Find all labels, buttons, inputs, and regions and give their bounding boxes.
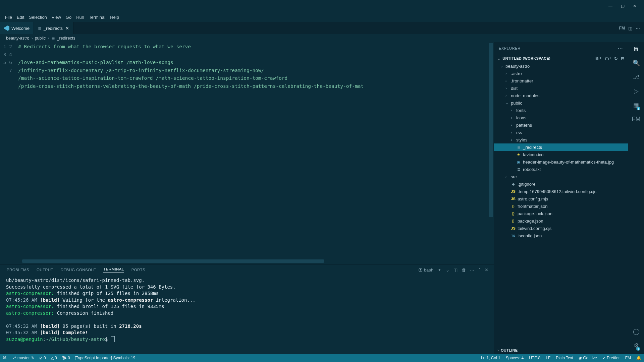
more-actions-icon[interactable]: ⋯: [636, 26, 640, 31]
menu-go[interactable]: Go: [63, 15, 74, 20]
maximize-panel-icon[interactable]: ˄: [478, 267, 481, 273]
folder-icons[interactable]: ›icons: [494, 114, 628, 121]
run-icon[interactable]: ▷: [634, 87, 639, 95]
tab-welcome[interactable]: Welcome: [0, 22, 34, 34]
scm-icon[interactable]: ⎇: [633, 73, 640, 81]
folder-styles[interactable]: ›styles: [494, 136, 628, 143]
folder-rss[interactable]: ›rss: [494, 129, 628, 136]
menu-view[interactable]: View: [49, 15, 63, 20]
extensions-icon[interactable]: ▦1: [633, 102, 639, 109]
menu-selection[interactable]: Selection: [26, 15, 49, 20]
menu-run[interactable]: Run: [74, 15, 87, 20]
go-live[interactable]: ◉ Go Live: [579, 356, 597, 360]
menubar: FileEditSelectionViewGoRunTerminalHelp: [0, 12, 644, 22]
gear-icon[interactable]: ⚙1: [634, 342, 639, 349]
maximize-button[interactable]: ▢: [616, 4, 629, 8]
encoding[interactable]: UTF-8: [529, 356, 540, 360]
file-astro.config.mjs[interactable]: JSastro.config.mjs: [494, 195, 628, 202]
menu-file[interactable]: File: [3, 15, 14, 20]
folder-beauty-astro[interactable]: ⌄beauty-astro: [494, 62, 628, 70]
file-header-image-beauty-of-mathematics-theta.jpg[interactable]: ▣header-image-beauty-of-mathematics-thet…: [494, 158, 628, 166]
breadcrumb-segment[interactable]: _redirects: [57, 36, 75, 41]
new-terminal-button[interactable]: ＋: [437, 267, 442, 273]
ts-importer-status[interactable]: [TypeScript Importer] Symbols: 19: [75, 356, 136, 360]
menu-help[interactable]: Help: [108, 15, 121, 20]
eol[interactable]: LF: [546, 356, 550, 360]
panel-tab-problems[interactable]: PROBLEMS: [7, 268, 29, 272]
file-tsconfig.json[interactable]: TStsconfig.json: [494, 232, 628, 239]
new-folder-icon[interactable]: 🗀⁺: [605, 56, 612, 61]
folder-fonts[interactable]: ›fonts: [494, 107, 628, 114]
search-icon[interactable]: 🔍: [633, 59, 640, 67]
minimize-button[interactable]: —: [604, 4, 616, 8]
text-editor[interactable]: 1 2 3 4 5 6 7 # Redirects from what the …: [0, 42, 494, 264]
chevron-right-icon: ›: [497, 348, 499, 352]
file-package.json[interactable]: {}package.json: [494, 217, 628, 225]
kill-terminal-icon[interactable]: 🗑: [462, 267, 466, 273]
folder-src[interactable]: ›src: [494, 173, 628, 180]
editor-scrollbar-horizontal[interactable]: [22, 259, 324, 263]
tree-label: .frontmatter: [511, 78, 533, 83]
cursor-position[interactable]: Ln 1, Col 1: [481, 356, 500, 360]
fm-icon[interactable]: FM: [619, 26, 625, 31]
new-file-icon[interactable]: 🗎⁺: [595, 56, 602, 61]
prettier-status[interactable]: ✓ Prettier: [602, 356, 620, 360]
tree-label: rss: [516, 130, 522, 135]
account-icon[interactable]: ◯: [633, 328, 640, 335]
split-terminal-icon[interactable]: ◫: [453, 267, 458, 273]
explorer-icon[interactable]: 🗎: [633, 46, 644, 53]
file-package-lock.json[interactable]: {}package-lock.json: [494, 210, 628, 217]
folder-node_modules[interactable]: ›node_modules: [494, 92, 628, 99]
panel-tab-output[interactable]: OUTPUT: [37, 268, 53, 272]
close-panel-icon[interactable]: ✕: [485, 267, 488, 273]
folder-public[interactable]: ⌄public: [494, 99, 628, 107]
file-robots.txt[interactable]: ≣robots.txt: [494, 166, 628, 173]
fm-icon[interactable]: FM: [632, 116, 641, 123]
folder-.frontmatter[interactable]: ›.frontmatter: [494, 77, 628, 84]
chevron-icon: ›: [505, 79, 509, 83]
collapse-icon[interactable]: ⊟: [621, 56, 625, 61]
close-window-button[interactable]: ✕: [629, 4, 641, 8]
editor-scrollbar-vertical[interactable]: [489, 43, 493, 217]
file-favicon.ico[interactable]: ★favicon.ico: [494, 151, 628, 158]
split-editor-icon[interactable]: ◫: [628, 26, 632, 31]
refresh-icon[interactable]: ↻: [614, 56, 618, 61]
file-tailwind.config.cjs[interactable]: JStailwind.config.cjs: [494, 225, 628, 232]
folder-patterns[interactable]: ›patterns: [494, 121, 628, 129]
editor-content[interactable]: # Redirects from what the browser reques…: [18, 42, 494, 264]
notifications-bell-icon[interactable]: 🔔: [636, 356, 641, 360]
language-mode[interactable]: Plain Text: [556, 356, 573, 360]
file-_redirects[interactable]: ≣_redirects: [494, 143, 628, 151]
git-branch[interactable]: ⎇ master ↻: [11, 356, 35, 360]
breadcrumb-segment[interactable]: public: [35, 36, 46, 41]
sidebar-more-icon[interactable]: ⋯: [618, 45, 623, 52]
file-.temp.1679945058612.tailwind.config.cjs[interactable]: JS.temp.1679945058612.tailwind.config.cj…: [494, 188, 628, 195]
file-.gitignore[interactable]: ◆.gitignore: [494, 180, 628, 188]
panel-tab-terminal[interactable]: TERMINAL: [103, 267, 124, 273]
close-tab-button[interactable]: ✕: [65, 26, 69, 31]
workspace-header[interactable]: ⌄ UNTITLED (WORKSPACE) 🗎⁺ 🗀⁺ ↻ ⊟: [494, 54, 628, 62]
status-bar: ⌘ ⎇ master ↻ ⊘ 0 △ 0 📡 0 [TypeScript Imp…: [0, 354, 644, 362]
terminal[interactable]: ub/beauty-astro/dist/icons/safari-pinned…: [0, 275, 494, 354]
breadcrumb-segment[interactable]: beauty-astro: [6, 36, 29, 41]
remote-indicator[interactable]: ⌘: [3, 356, 7, 360]
outline-header[interactable]: › OUTLINE: [494, 346, 628, 354]
more-icon[interactable]: ⋯: [470, 267, 474, 273]
tree-label: src: [511, 174, 517, 179]
menu-terminal[interactable]: Terminal: [87, 15, 108, 20]
file-frontmatter.json[interactable]: {}frontmatter.json: [494, 202, 628, 210]
folder-dist[interactable]: ›dist: [494, 84, 628, 92]
problems-warnings[interactable]: △ 0: [51, 356, 57, 360]
tab-redirects[interactable]: ≣ _redirects ✕: [34, 22, 74, 34]
shell-indicator[interactable]: ⦿ bash: [418, 267, 433, 273]
terminal-dropdown-icon[interactable]: ⌄: [446, 267, 449, 273]
menu-edit[interactable]: Edit: [14, 15, 26, 20]
folder-.astro[interactable]: ›.astro: [494, 70, 628, 77]
panel-tab-ports[interactable]: PORTS: [131, 268, 145, 272]
file-tree[interactable]: ⌄beauty-astro›.astro›.frontmatter›dist›n…: [494, 62, 628, 346]
problems-errors[interactable]: ⊘ 0: [39, 356, 46, 360]
indentation[interactable]: Spaces: 4: [506, 356, 524, 360]
ports-status[interactable]: 📡 0: [62, 356, 70, 360]
fm-status[interactable]: FM: [625, 356, 631, 360]
panel-tab-debug-console[interactable]: DEBUG CONSOLE: [61, 268, 96, 272]
